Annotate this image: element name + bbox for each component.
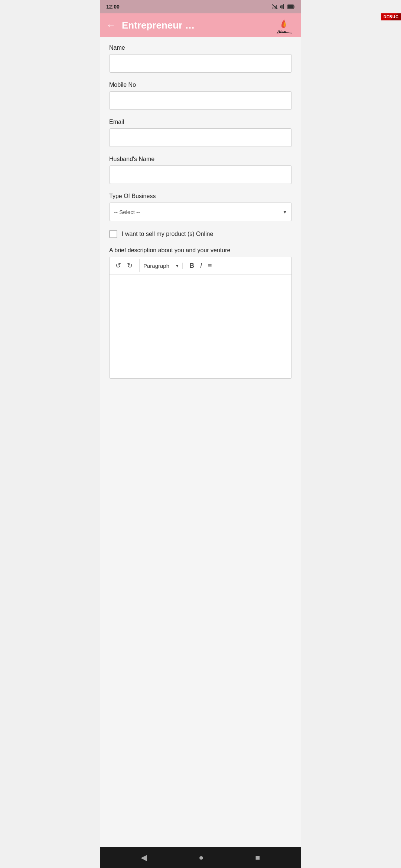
- business-type-label: Type Of Business: [109, 193, 292, 200]
- bottom-nav: ◀ ● ■: [100, 847, 301, 868]
- status-time: 12:00: [106, 4, 120, 10]
- undo-button[interactable]: ↺: [113, 259, 124, 272]
- paragraph-style-select[interactable]: Paragraph Heading 1 Heading 2 Heading 3: [143, 263, 179, 269]
- business-type-select-wrapper: -- Select -- Retail Wholesale Manufactur…: [109, 203, 292, 221]
- svg-rect-4: [288, 5, 293, 8]
- mobile-input[interactable]: [109, 91, 292, 110]
- redo-button[interactable]: ↻: [124, 259, 136, 272]
- status-icons: [272, 4, 295, 9]
- nav-home-button[interactable]: ●: [193, 850, 209, 865]
- online-sell-checkbox[interactable]: [109, 230, 117, 238]
- description-label: A brief description about you and your v…: [109, 247, 292, 254]
- formatting-group: B I ≡: [186, 260, 215, 272]
- mobile-group: Mobile No: [109, 82, 292, 110]
- editor-body[interactable]: [110, 274, 291, 378]
- rich-text-editor: ↺ ↻ Paragraph Heading 1 Heading 2 Headin…: [109, 257, 292, 379]
- nav-home-icon: ●: [199, 853, 203, 862]
- editor-toolbar: ↺ ↻ Paragraph Heading 1 Heading 2 Headin…: [110, 257, 291, 274]
- svg-rect-2: [283, 4, 284, 9]
- italic-button[interactable]: I: [197, 260, 205, 272]
- battery-icon: [287, 4, 295, 9]
- svg-rect-0: [280, 6, 281, 8]
- online-sell-label[interactable]: I want to sell my product (s) Online: [122, 231, 213, 237]
- paragraph-select-wrapper: Paragraph Heading 1 Heading 2 Heading 3 …: [143, 263, 179, 269]
- undo-redo-group: ↺ ↻: [113, 259, 140, 272]
- back-button[interactable]: ←: [106, 20, 116, 30]
- description-group: A brief description about you and your v…: [109, 247, 292, 379]
- volume-icon: [280, 4, 285, 9]
- name-input[interactable]: [109, 54, 292, 73]
- app-title: Entrepreneur …: [122, 20, 274, 31]
- paragraph-select-group: Paragraph Heading 1 Heading 2 Heading 3 …: [143, 263, 183, 269]
- nav-recents-button[interactable]: ■: [249, 850, 266, 865]
- husbands-name-group: Husband's Name: [109, 156, 292, 184]
- online-sell-group: I want to sell my product (s) Online: [109, 230, 292, 238]
- husbands-name-input[interactable]: [109, 165, 292, 184]
- signal-off-icon: [272, 4, 278, 9]
- email-label: Email: [109, 119, 292, 125]
- husbands-name-label: Husband's Name: [109, 156, 292, 162]
- form-content: Name Mobile No Email Husband's Name Type…: [100, 37, 301, 847]
- nav-recents-icon: ■: [255, 853, 260, 862]
- app-logo: Alwa: [274, 16, 295, 34]
- business-type-group: Type Of Business -- Select -- Retail Who…: [109, 193, 292, 221]
- align-button[interactable]: ≡: [205, 260, 215, 272]
- name-label: Name: [109, 45, 292, 51]
- nav-back-icon: ◀: [141, 853, 147, 862]
- email-group: Email: [109, 119, 292, 147]
- business-type-select[interactable]: -- Select -- Retail Wholesale Manufactur…: [109, 203, 292, 221]
- status-bar: 12:00: [100, 0, 301, 13]
- mobile-label: Mobile No: [109, 82, 292, 88]
- svg-rect-1: [281, 5, 283, 9]
- nav-back-button[interactable]: ◀: [135, 850, 153, 865]
- email-input[interactable]: [109, 128, 292, 147]
- name-group: Name: [109, 45, 292, 73]
- app-bar: DEBUG ← Entrepreneur … Alwa: [100, 13, 301, 37]
- bold-button[interactable]: B: [186, 260, 197, 272]
